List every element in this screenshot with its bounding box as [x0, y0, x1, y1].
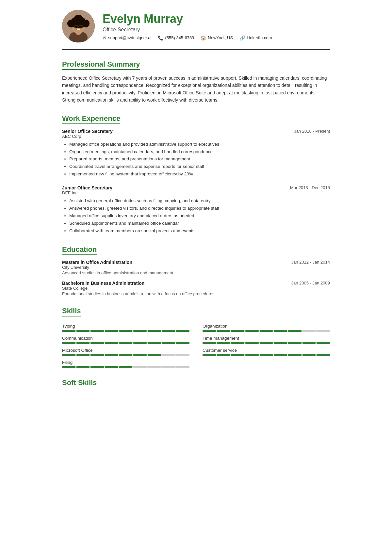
edu-school: State College	[62, 286, 330, 291]
skill-segment-filled	[217, 354, 230, 356]
skill-segment-filled	[76, 342, 90, 344]
skill-item: Customer service	[203, 348, 330, 356]
skills-grid: Typing Organization Communication Time m…	[62, 324, 330, 368]
skill-bar	[62, 330, 189, 332]
skill-segment-empty	[302, 330, 316, 332]
skill-segment-filled	[105, 330, 118, 332]
skill-segment-filled	[76, 330, 90, 332]
edu-description: Advanced studies in office administratio…	[62, 270, 330, 275]
skill-segment-empty	[176, 354, 189, 356]
education-title: Education	[62, 245, 97, 255]
edu-container: Masters in Office Administration Jan 201…	[62, 260, 330, 296]
skill-name: Customer service	[203, 348, 330, 353]
skill-name: Communication	[62, 336, 189, 341]
job-block: Senior Office Secretary Jan 2016 - Prese…	[62, 129, 330, 178]
skill-segment-filled	[148, 342, 161, 344]
skill-segment-filled	[274, 330, 287, 332]
skill-segment-filled	[231, 354, 244, 356]
skill-item: Time management	[203, 336, 330, 344]
skill-segment-filled	[260, 354, 273, 356]
linkedin-icon: 🔗	[239, 35, 245, 40]
skill-segment-filled	[90, 330, 104, 332]
skill-segment-filled	[133, 330, 147, 332]
skill-segment-filled	[105, 354, 118, 356]
skill-segment-filled	[62, 330, 75, 332]
skill-segment-filled	[162, 330, 175, 332]
skill-segment-filled	[260, 330, 273, 332]
skill-segment-filled	[62, 354, 75, 356]
skill-segment-filled	[148, 330, 161, 332]
skill-segment-filled	[203, 330, 216, 332]
skill-segment-empty	[133, 366, 147, 368]
skill-segment-filled	[105, 342, 118, 344]
skill-segment-filled	[119, 342, 133, 344]
skill-segment-filled	[231, 330, 244, 332]
skill-segment-filled	[217, 342, 230, 344]
skill-segment-filled	[288, 330, 302, 332]
email-icon: ✉	[103, 35, 106, 40]
skill-name: Filing	[62, 360, 189, 365]
skill-segment-filled	[245, 330, 259, 332]
skill-segment-filled	[217, 330, 230, 332]
summary-text: Experienced Office Secretary with 7 year…	[62, 74, 330, 104]
edu-header: Bachelors in Business Administration Jan…	[62, 281, 330, 286]
edu-school: City University	[62, 265, 330, 270]
job-bullets-list: Assisted with general office duties such…	[62, 197, 330, 235]
skill-bar	[203, 330, 330, 332]
skill-name: Time management	[203, 336, 330, 341]
job-company: DEF Inc.	[62, 190, 330, 195]
skill-item: Filing	[62, 360, 189, 368]
svg-point-7	[74, 15, 83, 24]
resume-header: Evelyn Murray Office Secretary ✉ support…	[62, 10, 330, 50]
job-bullet: Implemented new filing system that impro…	[69, 170, 330, 178]
edu-date: Jan 2012 - Jan 2014	[291, 260, 330, 265]
skill-segment-filled	[274, 354, 287, 356]
skill-segment-filled	[231, 342, 244, 344]
skill-bar	[203, 342, 330, 344]
location-icon: 🏠	[201, 35, 206, 40]
skill-segment-filled	[260, 342, 273, 344]
soft-skills-title: Soft Skills	[62, 379, 97, 388]
edu-degree: Bachelors in Business Administration	[62, 281, 144, 286]
contact-linkedin: 🔗 LinkedIn.com	[239, 35, 272, 40]
job-bullet: Answered phones, greeted visitors, and d…	[69, 205, 330, 212]
job-header: Junior Office Secretary Mar 2013 - Dec 2…	[62, 185, 330, 190]
skill-bar	[203, 354, 330, 356]
job-date: Jan 2016 - Present	[294, 129, 330, 134]
skills-section: Skills Typing Organization Communication…	[62, 307, 330, 368]
work-experience-section: Work Experience Senior Office Secretary …	[62, 114, 330, 235]
jobs-container: Senior Office Secretary Jan 2016 - Prese…	[62, 129, 330, 235]
skill-segment-filled	[176, 330, 189, 332]
skill-segment-filled	[317, 342, 330, 344]
skill-segment-empty	[162, 354, 175, 356]
skills-title: Skills	[62, 307, 81, 316]
professional-summary-title: Professional Summary	[62, 60, 140, 70]
skill-item: Microsoft Office	[62, 348, 189, 356]
edu-degree: Masters in Office Administration	[62, 260, 132, 265]
job-block: Junior Office Secretary Mar 2013 - Dec 2…	[62, 185, 330, 235]
svg-point-8	[75, 26, 77, 28]
edu-block: Masters in Office Administration Jan 201…	[62, 260, 330, 275]
skill-segment-filled	[203, 342, 216, 344]
job-title: Junior Office Secretary	[62, 185, 112, 190]
skill-segment-filled	[162, 342, 175, 344]
skill-segment-filled	[90, 354, 104, 356]
job-title: Senior Office Secretary	[62, 129, 113, 134]
skill-item: Typing	[62, 324, 189, 332]
skill-segment-filled	[203, 354, 216, 356]
contact-row: ✉ support@cvdesigner.ai 📞 (555) 345-6789…	[103, 35, 330, 40]
job-bullet: Scheduled appointments and maintained of…	[69, 220, 330, 227]
skill-segment-filled	[76, 354, 90, 356]
skill-segment-filled	[274, 342, 287, 344]
skill-segment-filled	[119, 354, 133, 356]
skill-segment-empty	[162, 366, 175, 368]
skill-segment-filled	[245, 342, 259, 344]
skill-name: Organization	[203, 324, 330, 329]
job-date: Mar 2013 - Dec 2015	[290, 185, 330, 190]
skill-segment-filled	[176, 342, 189, 344]
job-bullet: Managed office supplies inventory and pl…	[69, 212, 330, 220]
contact-email: ✉ support@cvdesigner.ai	[103, 35, 151, 40]
skill-segment-filled	[317, 354, 330, 356]
job-bullet: Collaborated with team members on specia…	[69, 227, 330, 235]
job-bullet: Assisted with general office duties such…	[69, 197, 330, 205]
